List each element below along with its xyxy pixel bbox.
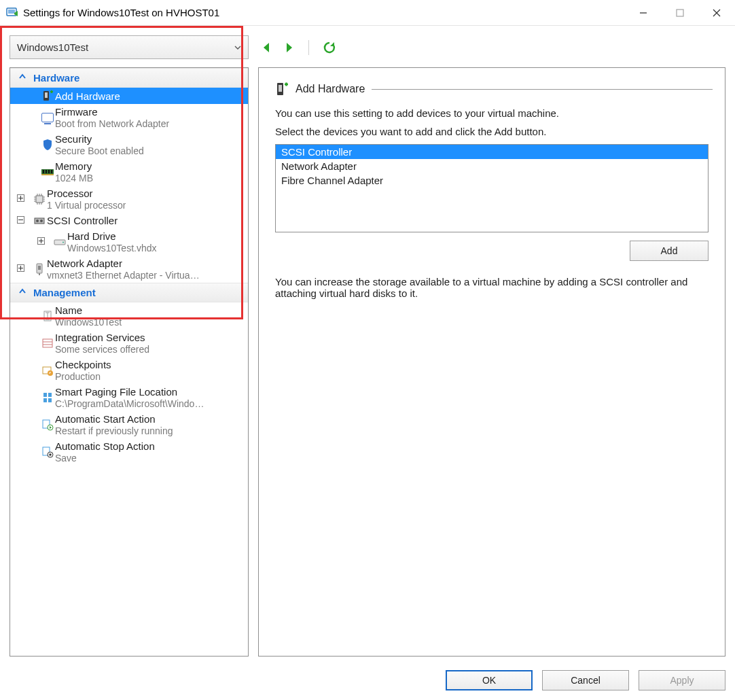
name-icon [40,310,55,322]
section-header-hardware[interactable]: Hardware [10,68,248,88]
device-option-fibre[interactable]: Fibre Channel Adapter [276,173,708,188]
svg-rect-3 [677,10,683,16]
cancel-button[interactable]: Cancel [542,670,629,690]
apply-button[interactable]: Apply [639,670,725,690]
svg-point-33 [36,220,39,222]
nav-forward-button[interactable] [284,41,295,54]
shield-icon [40,139,55,151]
tree-sublabel: 1024 MB [55,172,93,183]
device-option-network[interactable]: Network Adapter [276,159,708,173]
svg-rect-13 [51,170,52,173]
tree-label: Firmware [55,106,169,118]
navigation-toolbar [258,35,725,59]
svg-rect-55 [43,398,47,402]
nav-back-button[interactable] [261,41,272,54]
section-header-management[interactable]: Management [10,283,248,302]
maximize-button[interactable] [662,0,698,26]
tree-item-hard-drive[interactable]: Hard Drive Windows10Test.vhdx [10,228,248,256]
settings-tree: Hardware Add Hardware [10,67,249,657]
tree-label: Memory [55,160,93,172]
tree-sublabel: vmxnet3 Ethernet Adapter - Virtua… [47,269,200,281]
tree-sublabel: Boot from Network Adapter [55,118,169,129]
tree-item-integration-services[interactable]: Integration Services Some services offer… [10,330,248,357]
svg-rect-7 [45,92,48,98]
hard-drive-icon [52,238,67,246]
tree-label: Security [55,133,144,145]
tree-item-name[interactable]: Name Windows10Test [10,302,248,330]
tree-item-automatic-stop[interactable]: Automatic Stop Action Save [10,438,248,466]
toolbar-separator [308,40,309,55]
dialog-buttons: OK Cancel Apply [446,670,725,690]
heading-rule [372,89,713,90]
memory-icon [40,168,55,176]
detail-note-text: You can increase the storage available t… [275,276,709,299]
tree-sublabel: 1 Virtual processor [47,199,126,211]
tree-item-firmware[interactable]: Firmware Boot from Network Adapter [10,104,248,131]
tree-sublabel: Save [55,452,155,463]
svg-rect-17 [36,196,43,203]
svg-rect-54 [48,393,52,397]
svg-rect-11 [46,170,47,173]
chevron-down-icon [234,41,241,53]
svg-rect-56 [48,398,52,402]
tree-label: Automatic Start Action [55,413,173,425]
detail-intro-text: You can use this setting to add devices … [275,107,709,119]
tree-item-security[interactable]: Security Secure Boot enabled [10,131,248,158]
tree-label: SCSI Controller [47,215,118,226]
tree-item-checkpoints[interactable]: Checkpoints Production [10,357,248,384]
svg-rect-10 [43,170,44,173]
section-title: Hardware [33,72,79,84]
add-hardware-icon [40,90,55,102]
section-title: Management [33,287,96,298]
tree-sublabel: C:\ProgramData\Microsoft\Windo… [55,398,204,409]
svg-rect-44 [38,266,41,270]
tree-item-smart-paging[interactable]: Smart Paging File Location C:\ProgramDat… [10,384,248,411]
tree-label: Integration Services [55,332,149,343]
tree-item-automatic-start[interactable]: Automatic Start Action Restart if previo… [10,411,248,438]
tree-label: Network Adapter [47,258,200,269]
ok-button[interactable]: OK [446,670,533,690]
right-panel: Add Hardware You can use this setting to… [258,35,725,657]
smart-paging-icon [40,391,55,404]
add-button[interactable]: Add [630,241,709,261]
close-button[interactable] [698,0,735,26]
tree-sublabel: Production [55,370,111,382]
refresh-button[interactable] [323,41,336,54]
tree-sublabel: Windows10Test.vhdx [67,242,157,253]
vm-selector[interactable]: Windows10Test [10,35,249,59]
svg-rect-63 [279,85,282,92]
detail-heading: Add Hardware [271,82,713,97]
tree-item-memory[interactable]: Memory 1024 MB [10,158,248,186]
automatic-stop-icon [40,446,55,458]
tree-item-network-adapter[interactable]: Network Adapter vmxnet3 Ethernet Adapter… [10,256,248,283]
device-list[interactable]: SCSI Controller Network Adapter Fibre Ch… [275,144,709,232]
svg-point-34 [40,220,43,222]
tree-label: Name [55,304,122,316]
tree-sublabel: Secure Boot enabled [55,145,144,156]
svg-rect-12 [48,170,50,173]
tree-label: Processor [47,188,126,199]
svg-rect-1 [8,10,15,14]
automatic-start-icon [40,419,55,431]
integration-services-icon [40,338,55,349]
expander-plus-icon[interactable] [35,237,47,247]
monitor-icon [40,113,55,122]
detail-instruct-text: Select the devices you want to add and c… [275,126,709,137]
expander-plus-icon[interactable] [14,194,26,204]
vm-selector-value: Windows10Test [17,41,88,53]
tree-sublabel: Restart if previously running [55,425,173,436]
tree-label: Automatic Stop Action [55,440,155,452]
tree-item-processor[interactable]: Processor 1 Virtual processor [10,186,248,213]
svg-rect-9 [41,174,54,175]
network-adapter-icon [32,263,47,275]
expander-plus-icon[interactable] [14,264,26,274]
tree-item-add-hardware[interactable]: Add Hardware [10,88,248,104]
processor-icon [32,193,47,205]
window-controls [625,0,735,26]
expander-minus-icon[interactable] [14,216,26,226]
tree-label: Add Hardware [55,90,120,102]
device-option-scsi[interactable]: SCSI Controller [276,145,708,159]
tree-sublabel: Some services offered [55,343,149,355]
tree-item-scsi-controller[interactable]: SCSI Controller [10,213,248,228]
minimize-button[interactable] [625,0,662,26]
